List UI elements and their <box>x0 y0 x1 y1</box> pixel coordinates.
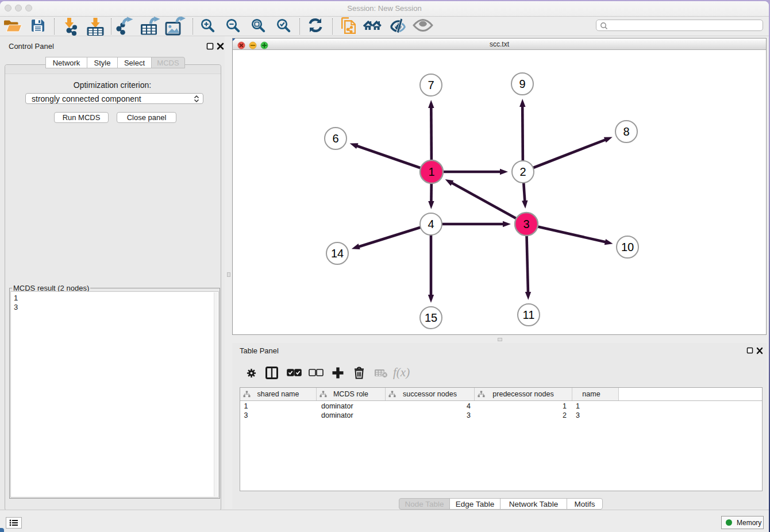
svg-text:1: 1 <box>428 165 434 178</box>
svg-text:14: 14 <box>331 247 344 260</box>
svg-text:10: 10 <box>621 241 634 253</box>
svg-text:f(x): f(x) <box>393 366 410 379</box>
svg-text:15: 15 <box>425 311 437 324</box>
svg-text:9: 9 <box>519 78 525 90</box>
svg-text:2: 2 <box>519 165 526 178</box>
svg-text:6: 6 <box>332 132 338 145</box>
svg-text:3: 3 <box>523 218 529 230</box>
svg-text:8: 8 <box>623 125 629 138</box>
svg-text:11: 11 <box>523 309 535 321</box>
svg-text:4: 4 <box>428 218 434 230</box>
svg-text:7: 7 <box>428 79 434 91</box>
